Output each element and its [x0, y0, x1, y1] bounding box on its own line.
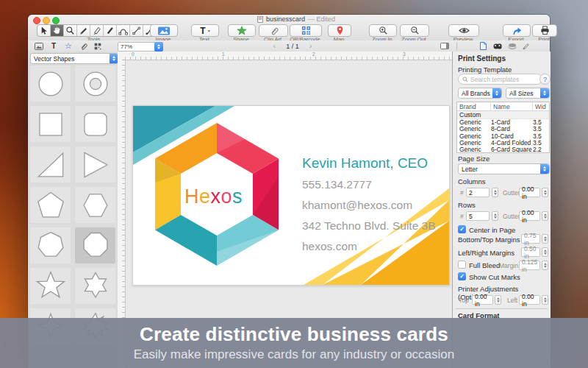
export-button[interactable] — [503, 24, 531, 37]
template-search-input[interactable]: Search templates — [458, 74, 542, 85]
template-table-row[interactable]: Generic1-Card3.5 — [457, 119, 549, 126]
close-window-button[interactable] — [33, 17, 40, 24]
map-button[interactable] — [328, 24, 351, 37]
clip-art-button[interactable] — [259, 24, 288, 37]
minimize-window-button[interactable] — [43, 17, 50, 24]
help-button[interactable]: ? — [539, 74, 551, 85]
shape-heptagon[interactable] — [30, 227, 71, 263]
left-right-margins-field[interactable]: 0.50 in — [521, 247, 540, 257]
zoom-window-button[interactable] — [52, 17, 60, 24]
business-card[interactable]: Hexos Kevin Hamont, CEO 555.134.2777 kha… — [132, 105, 450, 286]
marker-tool-icon[interactable] — [104, 25, 117, 36]
zoom-tool-icon[interactable] — [64, 25, 77, 36]
shape-library-dropdown[interactable]: Vector Shapes — [30, 53, 119, 64]
brands-dropdown[interactable]: All Brands — [458, 88, 502, 99]
image-button[interactable] — [150, 24, 178, 37]
col-brand[interactable]: Brand — [457, 102, 491, 110]
rows-count-field[interactable]: 5 — [466, 211, 490, 221]
chevron-updown-icon — [540, 164, 549, 174]
shape-circle[interactable] — [30, 66, 71, 102]
zoom-in-button[interactable] — [369, 24, 397, 37]
sizes-dropdown[interactable]: All Sizes — [506, 88, 550, 99]
adjust-top-field[interactable]: 0.00 in — [472, 295, 493, 305]
insert-text-icon[interactable]: T — [49, 41, 59, 51]
map-pin-icon — [336, 26, 344, 35]
image-icon — [157, 26, 171, 35]
col-name[interactable]: Name — [491, 102, 533, 110]
shape-star-5[interactable] — [30, 268, 71, 304]
columns-count-stepper[interactable] — [492, 188, 498, 197]
template-table-row[interactable]: Generic8-Card3.5 — [457, 126, 549, 132]
shape-pentagon[interactable] — [30, 187, 71, 223]
shape-donut[interactable] — [75, 66, 115, 102]
show-cut-marks-checkbox[interactable]: ✓ — [458, 272, 466, 280]
layers-tab-icon[interactable] — [507, 41, 517, 51]
rows-gutter-stepper[interactable] — [542, 211, 548, 221]
panel-title: Print Settings — [458, 54, 506, 63]
bottom-top-margins-stepper[interactable] — [542, 234, 548, 244]
qr-barcode-button[interactable] — [290, 24, 322, 37]
brands-dropdown-value: All Brands — [459, 90, 492, 97]
col-width[interactable]: Wid — [533, 102, 546, 110]
columns-gutter-field[interactable]: 0.00 in — [519, 188, 540, 197]
template-table-row[interactable]: Generic6-Card Square2.2 — [457, 146, 549, 153]
ruler-number: 3 — [403, 52, 406, 57]
adjust-left-stepper[interactable] — [542, 295, 548, 305]
center-in-page-checkbox[interactable]: ✓ — [458, 225, 466, 233]
pen-tool-icon[interactable] — [90, 25, 104, 36]
zoom-level-dropdown-button[interactable] — [154, 42, 163, 52]
shape-octagon[interactable] — [75, 227, 115, 263]
document-title: businesscard — [266, 15, 305, 23]
adjust-left-label: Left — [507, 297, 517, 304]
rows-gutter-field[interactable]: 0.00 in — [519, 211, 540, 221]
shape-star-6[interactable] — [75, 268, 115, 304]
line-tool-icon[interactable] — [130, 25, 143, 36]
text-button[interactable]: T ▾ — [191, 24, 219, 37]
bezier-tool-icon[interactable] — [117, 25, 130, 36]
select-tool-icon[interactable] — [37, 25, 51, 36]
table-group-row[interactable]: Custom — [457, 111, 549, 119]
desktop: businesscard — Edited Tools Image — [0, 0, 588, 368]
card-address: 342 Techno Blvd. Suite 3B — [302, 219, 436, 232]
adjust-left-field[interactable]: 0.00 in — [519, 295, 540, 305]
columns-number-sign: # — [460, 189, 464, 197]
shape-rounded-square[interactable] — [75, 106, 115, 142]
text-tool-icon: T — [200, 26, 205, 36]
clip-art-tab-icon[interactable] — [492, 41, 503, 51]
insert-qr-icon[interactable] — [93, 41, 103, 51]
template-table-row[interactable]: Generic10-Card3.5 — [457, 132, 549, 139]
pencil-tool-icon[interactable] — [77, 25, 90, 36]
adjust-top-stepper[interactable] — [495, 295, 501, 305]
shape-triangle[interactable] — [75, 146, 115, 183]
document-tab-icon[interactable] — [478, 41, 488, 51]
template-table-row[interactable]: Generic4-Card Folded3.5 — [457, 139, 549, 146]
rows-gutter-label: Gutter — [503, 213, 520, 220]
columns-gutter-stepper[interactable] — [542, 188, 548, 197]
rows-count-stepper[interactable] — [492, 211, 498, 221]
card-phone: 555.134.2777 — [302, 178, 372, 191]
left-right-margins-stepper[interactable] — [542, 247, 548, 257]
shape-square[interactable] — [30, 106, 71, 142]
full-bleed-margin-stepper[interactable] — [542, 261, 548, 270]
edit-tab-icon[interactable] — [520, 41, 531, 51]
shape-button[interactable] — [228, 24, 256, 37]
print-button[interactable] — [532, 24, 557, 37]
insert-clip-art-icon[interactable] — [78, 41, 88, 51]
columns-count-field[interactable]: 2 — [466, 188, 490, 197]
previous-page-icon[interactable]: ‹ — [273, 42, 276, 50]
bottom-top-margins-field[interactable]: 0.75 in — [521, 234, 540, 244]
insert-image-icon[interactable] — [34, 41, 44, 51]
page-size-dropdown[interactable]: Letter — [458, 163, 550, 174]
next-page-icon[interactable]: › — [309, 42, 312, 50]
full-bleed-checkbox[interactable] — [458, 261, 466, 269]
pan-tool-icon[interactable] — [51, 25, 64, 36]
zoom-out-button[interactable] — [400, 24, 429, 37]
shape-right-triangle[interactable] — [30, 146, 71, 183]
zoom-level-field[interactable]: 77% — [118, 42, 156, 52]
insert-shape-icon[interactable]: ☆ — [63, 41, 74, 51]
ruler-number: 2 — [312, 52, 315, 57]
panel-toggle-icon[interactable] — [440, 41, 450, 51]
shape-hexagon[interactable] — [75, 187, 115, 223]
full-bleed-margin-field[interactable]: 0.125 in — [519, 261, 540, 270]
preview-button[interactable] — [448, 24, 479, 37]
